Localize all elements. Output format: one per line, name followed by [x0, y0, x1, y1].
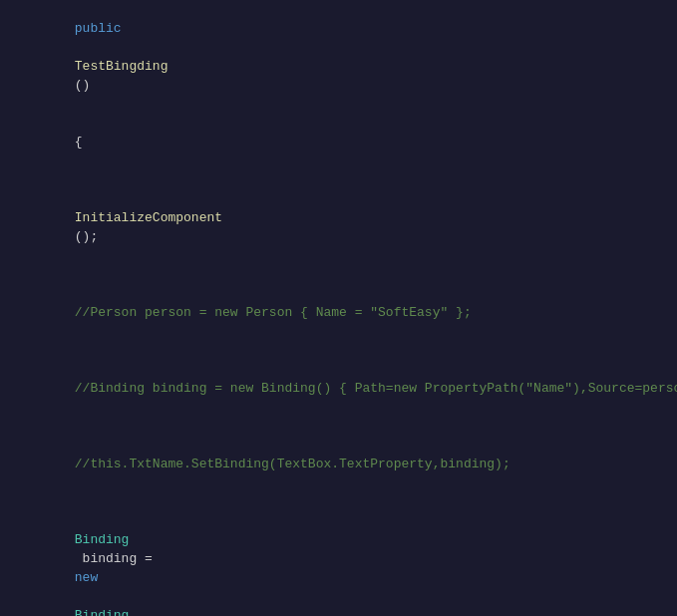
code-line-1: public TestBingding () — [0, 0, 677, 114]
code-line-2: { — [0, 114, 677, 170]
code-line-5: //Binding binding = new Binding() { Path… — [0, 341, 677, 417]
code-editor: public TestBingding () { InitializeCompo… — [0, 0, 677, 616]
code-line-3: InitializeComponent (); — [0, 170, 677, 265]
code-line-4: //Person person = new Person { Name = "S… — [0, 265, 677, 341]
code-line-7: Binding binding = new Binding ( "Value" … — [0, 492, 677, 616]
code-line-6: //this.TxtName.SetBinding(TextBox.TextPr… — [0, 417, 677, 492]
